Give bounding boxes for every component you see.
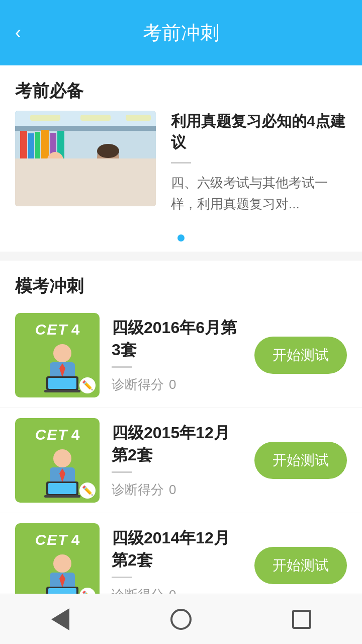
test-info-1: 四级2016年6月第3套 诊断得分 0 bbox=[112, 317, 242, 393]
home-nav-icon bbox=[170, 609, 192, 630]
test-divider-2 bbox=[112, 471, 132, 473]
test-score-row-1: 诊断得分 0 bbox=[112, 376, 242, 393]
home-nav-button[interactable] bbox=[166, 604, 196, 634]
prep-section-title: 考前必备 bbox=[0, 65, 362, 111]
svg-point-38 bbox=[53, 554, 71, 573]
start-test-button-1[interactable]: 开始测试 bbox=[254, 337, 347, 374]
android-nav-bar bbox=[0, 594, 362, 644]
page-title: 考前冲刺 bbox=[143, 20, 219, 46]
cet-label-3: CET bbox=[35, 531, 68, 548]
cet-number-3: 4 bbox=[71, 531, 80, 548]
cet-number-1: 4 bbox=[71, 321, 80, 338]
score-label-1: 诊断得分 bbox=[112, 376, 164, 393]
cet-badge-2: CET 4 ✏️ bbox=[15, 418, 100, 503]
recent-nav-icon bbox=[292, 610, 311, 629]
cet-label-row-2: CET 4 bbox=[35, 426, 80, 443]
test-name-1: 四级2016年6月第3套 bbox=[112, 317, 242, 361]
slide-dot-active bbox=[177, 234, 185, 242]
test-item: CET 4 bbox=[0, 303, 362, 408]
svg-point-32 bbox=[53, 449, 71, 467]
svg-rect-9 bbox=[41, 130, 49, 161]
svg-rect-31 bbox=[44, 390, 80, 392]
start-test-button-2[interactable]: 开始测试 bbox=[254, 442, 347, 479]
test-divider-3 bbox=[112, 577, 132, 578]
mock-section-title: 模考冲刺 bbox=[0, 261, 362, 303]
back-nav-icon bbox=[51, 608, 69, 630]
slide-indicator bbox=[0, 229, 362, 252]
prep-text: 利用真题复习必知的4点建议 四、六级考试与其他考试一样，利用真题复习对... bbox=[171, 111, 347, 214]
person-icon-2 bbox=[37, 447, 77, 493]
cet-label-1: CET bbox=[35, 321, 68, 338]
svg-rect-6 bbox=[20, 131, 27, 161]
test-name-2: 四级2015年12月第2套 bbox=[112, 422, 242, 466]
svg-rect-1 bbox=[30, 115, 60, 121]
prep-section: 考前必备 bbox=[0, 65, 362, 252]
cet-badge-1: CET 4 bbox=[15, 313, 100, 397]
cet-label-row-1: CET 4 bbox=[35, 321, 80, 338]
svg-rect-0 bbox=[15, 111, 156, 206]
svg-rect-30 bbox=[48, 378, 76, 389]
person-icon-3 bbox=[37, 552, 77, 598]
svg-rect-16 bbox=[44, 172, 66, 183]
svg-rect-37 bbox=[44, 495, 80, 498]
cet-number-2: 4 bbox=[71, 426, 80, 443]
svg-rect-21 bbox=[85, 180, 126, 203]
test-info-2: 四级2015年12月第2套 诊断得分 0 bbox=[112, 422, 242, 499]
prep-card[interactable]: 利用真题复习必知的4点建议 四、六级考试与其他考试一样，利用真题复习对... bbox=[0, 111, 362, 229]
svg-rect-20 bbox=[97, 170, 119, 180]
pencil-badge-1: ✏️ bbox=[79, 377, 96, 393]
svg-rect-8 bbox=[35, 132, 40, 161]
mock-section: 模考冲刺 CET 4 bbox=[0, 261, 362, 623]
prep-image bbox=[15, 111, 156, 206]
svg-rect-2 bbox=[80, 115, 111, 121]
recent-nav-button[interactable] bbox=[287, 604, 317, 634]
svg-point-14 bbox=[44, 160, 66, 184]
person-icon-1 bbox=[37, 342, 77, 387]
cet-label-2: CET bbox=[35, 426, 68, 443]
back-nav-button[interactable] bbox=[45, 604, 75, 634]
prep-article-title: 利用真题复习必知的4点建议 bbox=[171, 111, 347, 153]
prep-image-visual bbox=[15, 111, 156, 206]
svg-rect-7 bbox=[28, 133, 34, 161]
svg-line-25 bbox=[116, 176, 123, 189]
score-label-2: 诊断得分 bbox=[112, 481, 164, 499]
svg-rect-12 bbox=[15, 176, 156, 183]
svg-rect-13 bbox=[15, 183, 156, 206]
svg-point-15 bbox=[47, 152, 63, 168]
prep-article-desc: 四、六级考试与其他考试一样，利用真题复习对... bbox=[171, 173, 347, 214]
app-header: ‹ 考前冲刺 bbox=[0, 0, 362, 65]
test-score-row-2: 诊断得分 0 bbox=[112, 481, 242, 499]
prep-title-divider bbox=[171, 162, 191, 164]
score-value-1: 0 bbox=[169, 377, 176, 392]
test-item-2: CET 4 ✏️ 四级2015年12月第2套 bbox=[0, 408, 362, 513]
svg-point-26 bbox=[53, 344, 71, 362]
svg-rect-5 bbox=[15, 126, 156, 131]
test-name-3: 四级2014年12月第2套 bbox=[112, 527, 242, 572]
svg-rect-19 bbox=[97, 151, 119, 171]
score-value-2: 0 bbox=[169, 482, 176, 498]
svg-rect-36 bbox=[48, 483, 76, 494]
test-info-3: 四级2014年12月第2套 诊断得分 0 bbox=[112, 527, 242, 604]
cet-label-row-3: CET 4 bbox=[35, 531, 80, 548]
test-divider-1 bbox=[112, 366, 132, 368]
svg-rect-3 bbox=[126, 115, 151, 121]
pencil-badge-2: ✏️ bbox=[79, 482, 96, 499]
start-test-button-3[interactable]: 开始测试 bbox=[254, 547, 347, 584]
back-button[interactable]: ‹ bbox=[15, 22, 21, 43]
